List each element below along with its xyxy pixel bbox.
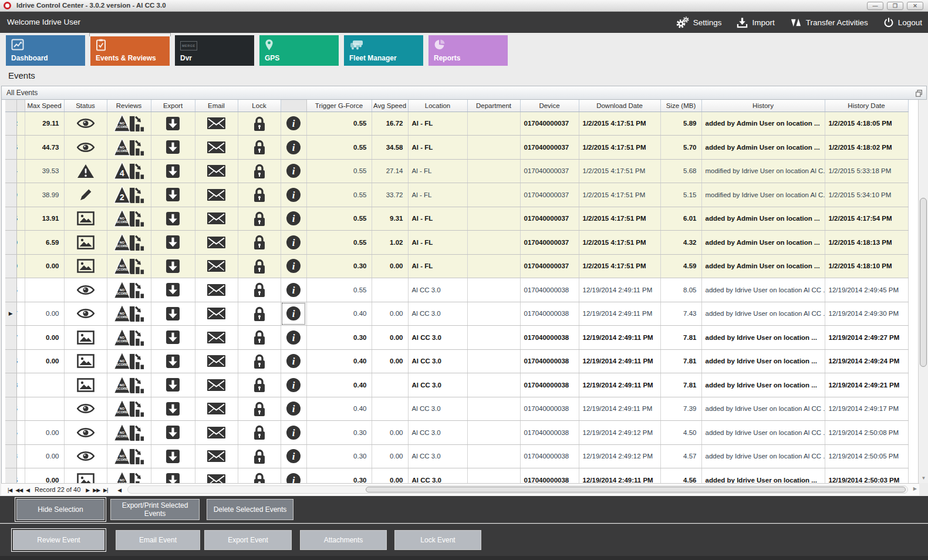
cell-reviews[interactable]: NOSCORE	[107, 373, 151, 397]
cell-history-date[interactable]: 1/2/2015 4:18:13 PM	[825, 231, 908, 255]
cell-info[interactable]: i	[281, 444, 306, 468]
cell-history[interactable]: added by Idrive User on location Al CC .…	[701, 278, 825, 302]
cell-id[interactable]: 0	[16, 254, 25, 278]
cell-lock[interactable]	[238, 159, 281, 183]
cell-info[interactable]: i	[281, 207, 306, 231]
cell-department[interactable]	[467, 207, 520, 231]
cell-history-date[interactable]: 1/2/2015 5:33:18 PM	[825, 159, 908, 183]
cell-reviews[interactable]: 4	[107, 159, 151, 183]
cell-avg-speed[interactable]: 34.58	[372, 136, 408, 160]
cell-history[interactable]: added by Idrive User on location ...	[701, 349, 825, 373]
cell-avg-speed[interactable]: 0.00	[372, 421, 408, 445]
cell-size[interactable]: 7.43	[660, 302, 701, 326]
scroll-right-icon[interactable]: ▶	[913, 486, 917, 491]
cell-lock[interactable]	[238, 278, 281, 302]
cell-email[interactable]	[195, 302, 238, 326]
column-header-location[interactable]: Location	[408, 100, 467, 112]
cell-location[interactable]: Al CC 3.0	[408, 468, 467, 484]
cell-department[interactable]	[467, 468, 520, 484]
delete-selected-button[interactable]: Delete Selected Events	[207, 499, 293, 520]
cell-download-date[interactable]: 1/2/2015 4:17:51 PM	[579, 254, 660, 278]
settings-button[interactable]: Settings	[676, 16, 722, 28]
row-selector[interactable]	[5, 326, 16, 350]
cell-id[interactable]: 7	[16, 302, 25, 326]
cell-history-date[interactable]: 12/19/2014 2:49:27 PM	[825, 326, 908, 350]
cell-history-date[interactable]: 12/19/2014 2:50:03 PM	[825, 468, 908, 484]
cell-reviews[interactable]: NOSCORE	[107, 136, 151, 160]
cell-id[interactable]: 2	[16, 112, 25, 136]
cell-max-speed[interactable]: 44.73	[25, 136, 64, 160]
cell-device[interactable]: 017040000037	[520, 183, 579, 207]
column-header-device[interactable]: Device	[520, 100, 579, 112]
cell-reviews[interactable]: NOSCORE	[107, 112, 151, 136]
cell-size[interactable]: 8.05	[660, 278, 701, 302]
cell-max-speed[interactable]: 39.53	[25, 159, 64, 183]
cell-lock[interactable]	[238, 444, 281, 468]
cell-max-speed[interactable]: 0.00	[25, 421, 64, 445]
cell-info[interactable]: i	[281, 112, 306, 136]
cell-info[interactable]: i	[281, 302, 306, 326]
column-header-email[interactable]: Email	[195, 100, 238, 112]
prev-record-button[interactable]: ◀	[26, 487, 29, 493]
cell-lock[interactable]	[238, 373, 281, 397]
cell-id[interactable]: 5	[16, 468, 25, 484]
cell-department[interactable]	[467, 421, 520, 445]
tab-gps[interactable]: GPS	[259, 35, 339, 66]
row-selector[interactable]	[5, 183, 16, 207]
cell-download-date[interactable]: 1/2/2015 4:17:51 PM	[579, 112, 660, 136]
cell-size[interactable]: 5.15	[660, 183, 701, 207]
row-selector[interactable]	[5, 231, 16, 255]
cell-device[interactable]: 017040000038	[520, 468, 579, 484]
cell-history[interactable]: added by Idrive User on location ...	[701, 468, 825, 484]
column-header-history_date[interactable]: History Date	[825, 100, 908, 112]
cell-location[interactable]: Al CC 3.0	[408, 278, 467, 302]
cell-max-speed[interactable]: 0.00	[25, 349, 64, 373]
row-selector[interactable]	[5, 278, 16, 302]
cell-lock[interactable]	[238, 421, 281, 445]
cell-trigger-gforce[interactable]: 0.55	[306, 231, 372, 255]
cell-download-date[interactable]: 1/2/2015 4:17:51 PM	[579, 136, 660, 160]
cell-location[interactable]: Al CC 3.0	[408, 397, 467, 421]
cell-status[interactable]	[64, 444, 107, 468]
cell-location[interactable]: Al - FL	[408, 183, 467, 207]
column-header-reviews[interactable]: Reviews	[107, 100, 151, 112]
cell-location[interactable]: Al CC 3.0	[408, 444, 467, 468]
column-header-lock[interactable]: Lock	[238, 100, 281, 112]
cell-device[interactable]: 017040000038	[520, 444, 579, 468]
cell-lock[interactable]	[238, 112, 281, 136]
cell-lock[interactable]	[238, 183, 281, 207]
cell-email[interactable]	[195, 349, 238, 373]
cell-email[interactable]	[195, 231, 238, 255]
cell-id[interactable]: 5	[16, 421, 25, 445]
cell-download-date[interactable]: 12/19/2014 2:49:12 PM	[579, 421, 660, 445]
next-record-button[interactable]: ▶	[86, 487, 89, 493]
cell-id[interactable]: 9	[16, 183, 25, 207]
cell-download-date[interactable]: 1/2/2015 4:17:51 PM	[579, 207, 660, 231]
cell-reviews[interactable]: NOSCORE	[107, 326, 151, 350]
cell-download-date[interactable]: 12/19/2014 2:49:11 PM	[579, 373, 660, 397]
cell-email[interactable]	[195, 112, 238, 136]
cell-lock[interactable]	[238, 136, 281, 160]
cell-department[interactable]	[467, 326, 520, 350]
cell-department[interactable]	[467, 159, 520, 183]
cell-location[interactable]: Al - FL	[408, 136, 467, 160]
logout-button[interactable]: Logout	[883, 17, 922, 28]
cell-size[interactable]: 4.57	[660, 444, 701, 468]
cell-id[interactable]: 8	[16, 444, 25, 468]
cell-export[interactable]	[151, 183, 195, 207]
cell-lock[interactable]	[238, 468, 281, 484]
cell-max-speed[interactable]: 6.59	[25, 231, 64, 255]
cell-status[interactable]	[64, 349, 107, 373]
cell-id[interactable]: 0	[16, 231, 25, 255]
cell-trigger-gforce[interactable]: 0.30	[306, 326, 372, 350]
cell-history-date[interactable]: 12/19/2014 2:49:45 PM	[825, 278, 908, 302]
cell-export[interactable]	[151, 112, 195, 136]
cell-email[interactable]	[195, 397, 238, 421]
cell-device[interactable]: 017040000038	[520, 302, 579, 326]
cell-trigger-gforce[interactable]: 0.55	[306, 136, 372, 160]
cell-history[interactable]: added by Admin User on location ...	[701, 231, 825, 255]
vertical-scroll-thumb[interactable]	[920, 198, 927, 367]
cell-department[interactable]	[467, 254, 520, 278]
cell-device[interactable]: 017040000037	[520, 159, 579, 183]
row-selector[interactable]	[5, 373, 16, 397]
